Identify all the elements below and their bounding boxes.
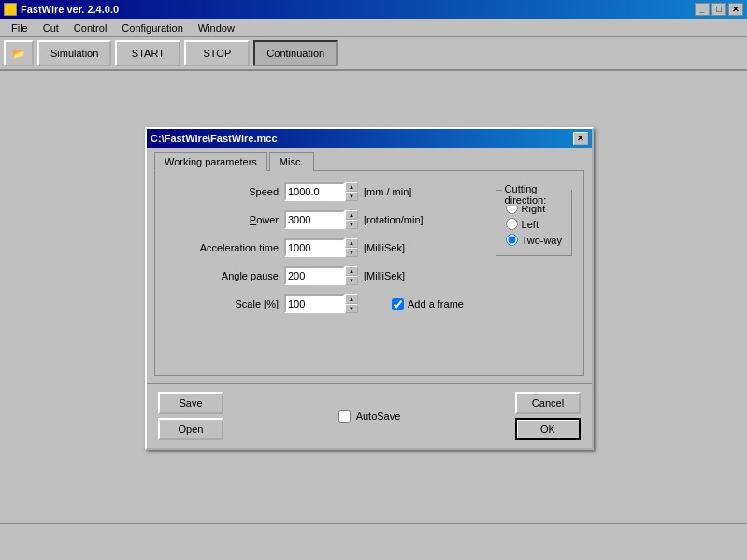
menu-control[interactable]: Control [66, 21, 114, 36]
angle-pause-row: Angle pause ▲ ▼ [MilliSek] [166, 266, 467, 285]
add-frame-label: Add a frame [408, 298, 464, 309]
speed-unit: [mm / min] [364, 186, 411, 197]
power-row: Power ▲ ▼ [rotation/min] [166, 210, 467, 229]
dialog-close-button[interactable]: ✕ [573, 132, 588, 145]
menu-window[interactable]: Window [191, 21, 242, 36]
speed-spinbox-btns: ▲ ▼ [345, 182, 358, 201]
save-button[interactable]: Save [158, 392, 223, 414]
power-increment-button[interactable]: ▲ [345, 210, 358, 220]
tab-row: Working parameters Misc. [147, 151, 592, 170]
cutting-direction-title: Cutting direction: [502, 183, 571, 206]
toolbar: 📂 Simulation START STOP Continuation [0, 37, 747, 71]
acceleration-label: Acceleration time [166, 242, 279, 253]
angle-pause-unit: [MilliSek] [364, 270, 405, 281]
ok-button[interactable]: OK [515, 418, 581, 440]
app-title: FastWire ver. 2.4.0.0 [21, 4, 119, 15]
autosave-label: AutoSave [356, 410, 401, 422]
tab-misc[interactable]: Misc. [269, 152, 314, 171]
power-spinbox: ▲ ▼ [284, 210, 358, 229]
power-input[interactable] [284, 210, 345, 229]
form-section: Speed ▲ ▼ [mm / min] [166, 182, 467, 323]
acceleration-spinbox: ▲ ▼ [284, 238, 358, 257]
minimize-button[interactable]: _ [695, 3, 710, 16]
title-bar: FastWire ver. 2.4.0.0 _ □ ✕ [0, 0, 747, 19]
cutting-left-label: Left [522, 219, 539, 230]
cutting-twoway-label: Two-way [522, 235, 562, 246]
acceleration-unit: [MilliSek] [364, 242, 405, 253]
speed-decrement-button[interactable]: ▼ [345, 192, 358, 201]
tab-panel-working-parameters: Speed ▲ ▼ [mm / min] [154, 170, 584, 376]
status-bar [0, 523, 747, 541]
angle-pause-increment-button[interactable]: ▲ [345, 266, 358, 276]
menu-file[interactable]: File [4, 21, 36, 36]
cutting-direction-section: Cutting direction: Right Left [477, 190, 572, 256]
dialog-title: C:\FastWire\FastWire.mcc [151, 133, 278, 144]
speed-spinbox: ▲ ▼ [284, 182, 358, 201]
scale-input[interactable] [284, 294, 345, 313]
start-button[interactable]: START [115, 40, 180, 66]
scale-decrement-button[interactable]: ▼ [345, 304, 358, 313]
speed-input[interactable] [284, 182, 345, 201]
acceleration-decrement-button[interactable]: ▼ [345, 248, 358, 257]
angle-pause-input[interactable] [284, 266, 345, 285]
angle-pause-spinbox: ▲ ▼ [284, 266, 358, 285]
menu-bar: File Cut Control Configuration Window [0, 19, 747, 37]
speed-label: Speed [166, 186, 279, 197]
acceleration-input[interactable] [284, 238, 345, 257]
dialog-title-bar: C:\FastWire\FastWire.mcc ✕ [147, 129, 592, 148]
menu-configuration[interactable]: Configuration [114, 21, 190, 36]
cutting-twoway-row: Two-way [506, 234, 562, 246]
main-area: C:\FastWire\FastWire.mcc ✕ Working param… [0, 71, 747, 541]
speed-increment-button[interactable]: ▲ [345, 182, 358, 192]
power-decrement-button[interactable]: ▼ [345, 220, 358, 229]
maximize-button[interactable]: □ [711, 3, 726, 16]
dialog-buttons-left: Save Open [158, 392, 223, 440]
cutting-left-radio[interactable] [506, 218, 518, 230]
cutting-twoway-radio[interactable] [506, 234, 518, 246]
scale-spinbox: ▲ ▼ [284, 294, 358, 313]
autosave-checkbox[interactable] [338, 410, 351, 423]
add-frame-row: Add a frame [392, 298, 464, 310]
cutting-direction-group: Cutting direction: Right Left [496, 190, 572, 256]
app-icon [4, 3, 17, 16]
close-button[interactable]: ✕ [728, 3, 743, 16]
cancel-button[interactable]: Cancel [515, 392, 581, 414]
dialog-content: Working parameters Misc. Speed ▲ [147, 151, 592, 448]
working-params-dialog: C:\FastWire\FastWire.mcc ✕ Working param… [145, 127, 594, 450]
speed-row: Speed ▲ ▼ [mm / min] [166, 182, 467, 201]
open-folder-button[interactable]: 📂 [4, 40, 34, 66]
cutting-left-row: Left [506, 218, 562, 230]
folder-icon: 📂 [12, 48, 25, 60]
angle-pause-decrement-button[interactable]: ▼ [345, 276, 358, 285]
dialog-buttons: Save Open AutoSave Cancel OK [147, 383, 592, 448]
scale-row: Scale [%] ▲ ▼ [166, 294, 467, 313]
dialog-buttons-center: AutoSave [338, 410, 401, 423]
dialog-buttons-right: Cancel OK [515, 392, 581, 440]
power-label: Power [166, 214, 279, 225]
simulation-button[interactable]: Simulation [37, 40, 111, 66]
acceleration-increment-button[interactable]: ▲ [345, 238, 358, 248]
scale-increment-button[interactable]: ▲ [345, 294, 358, 304]
continuation-button[interactable]: Continuation [253, 40, 338, 66]
add-frame-checkbox[interactable] [392, 298, 404, 310]
tab-working-parameters[interactable]: Working parameters [154, 152, 267, 171]
stop-button[interactable]: STOP [184, 40, 250, 66]
menu-cut[interactable]: Cut [36, 21, 66, 36]
form-and-group: Speed ▲ ▼ [mm / min] [166, 182, 572, 323]
power-unit: [rotation/min] [364, 214, 424, 225]
open-button[interactable]: Open [158, 418, 223, 440]
acceleration-row: Acceleration time ▲ ▼ [MilliSek] [166, 238, 467, 257]
angle-pause-label: Angle pause [166, 270, 279, 281]
scale-label: Scale [%] [166, 298, 279, 309]
